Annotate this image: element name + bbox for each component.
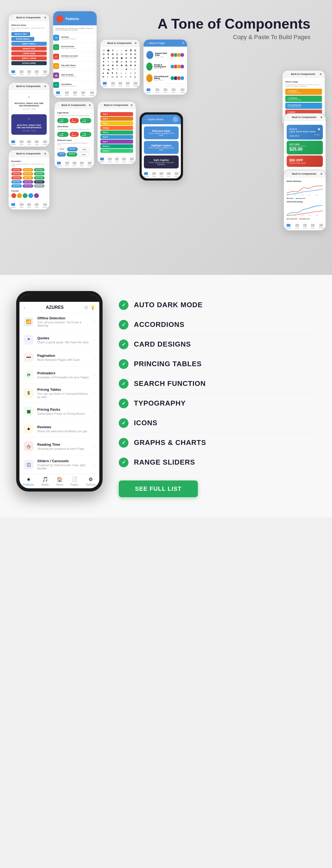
phone-features-tabs: Features Media Home Pages Settings <box>53 90 96 98</box>
feature-label-autodarkmode: AUTO DARK MODE <box>134 301 203 309</box>
btn-really-tiny: REALLY TINY <box>11 32 30 36</box>
team-card: Support Staff Teamclick to view... <box>146 49 184 61</box>
feature-preloaders[interactable]: ⟳ Preloaders Examples of Preloaders for … <box>20 366 99 384</box>
svg-text:2010: 2010 <box>287 215 289 216</box>
feature-reading-time[interactable]: ◷ Reading Time Showing the progress of e… <box>20 438 99 455</box>
big-phone-title: AZURES <box>46 305 64 310</box>
feature-reviews[interactable]: ★ Reviews Share the awesome feedback you… <box>20 420 99 438</box>
highlight-caption: Highlight Caption <box>147 144 175 147</box>
big-phone-tabs: ★ Features 🎵 Media 🏠 Home 📄 Pages <box>20 474 99 488</box>
rainbow-item: Green 1› <box>101 144 133 148</box>
phone-rainbow-header: ‹ Back to Components ⚙ <box>98 102 136 109</box>
check-icon: ✓ <box>119 379 129 389</box>
svg-text:2014: 2014 <box>316 215 319 216</box>
feature-item: ◻ All Show on ScrollClick to go to featu… <box>53 52 96 61</box>
feature-check-autodarkmode: ✓ AUTO DARK MODE <box>119 296 316 315</box>
feature-pagination[interactable]: ••• Pagination Move Between Pages with E… <box>20 349 99 366</box>
phone-cards-tabs: Features Media Home Pages Settings <box>144 87 187 95</box>
discount-card: $50 OFF YOUR PURCHASE <box>287 155 323 167</box>
chevron-right-icon: › <box>94 444 95 448</box>
svg-text:2016: 2016 <box>316 194 319 196</box>
phone-quotes-content: " BEAUTIFUL THINGS TAKE TIME AND PERSERV… <box>9 90 49 139</box>
feature-label-typography: TYPOGRAPHY <box>134 399 186 407</box>
phone-icons-header: ‹ Back to Components ⚙ <box>101 40 140 47</box>
shield-icon[interactable]: ⬡ <box>84 305 88 310</box>
rainbow-item: Orange› <box>101 126 133 130</box>
rainbow-item: Test 7› <box>101 140 133 144</box>
btn-simply-large: SIMPLY LARGE <box>11 56 47 60</box>
feature-offline-detection[interactable]: 📶 Offline Detection Turn off your intern… <box>20 312 99 331</box>
feature-check-carddesigns: ✓ CARD DESIGNS <box>119 335 316 354</box>
check-icon: ✓ <box>119 320 129 330</box>
phone-sizes-tabs: Features Media Home Pages Settings <box>9 69 49 76</box>
see-full-list-button[interactable]: SEE FULL LIST <box>119 480 198 497</box>
phone-charts: ‹ Back to Components ⚙ Mobile Websites 2… <box>283 170 326 231</box>
feature-pricing-tables[interactable]: $ Pricing Tables You can use them in Car… <box>20 384 99 403</box>
rainbow-item: Test 1› <box>101 112 133 116</box>
tab-home[interactable]: 🏠 Home <box>56 476 63 486</box>
features-right: ✓ AUTO DARK MODE ✓ ACCORDIONS ✓ CARD DES… <box>119 291 316 501</box>
check-icon: ✓ <box>119 359 129 369</box>
phone-sizes-content: Different Sizes Three levels of handines… <box>9 21 49 69</box>
bulb-icon[interactable]: 💡 <box>90 305 95 310</box>
features-list-section: ‹ AZURES ⬡ 💡 📶 Offline Detection Turn of… <box>0 275 332 518</box>
chevron-right-icon: › <box>94 355 95 360</box>
features-tab-icon: ★ <box>26 476 31 483</box>
quote2-box: " BEAUTIFUL THINGS TAKE TIME AND PERSERV… <box>11 114 47 135</box>
chevron-right-icon: › <box>94 320 95 324</box>
feature-item: ≡ AccordionsClick to go to feature › <box>53 80 96 90</box>
feature-check-rangesliders: ✓ RANGE SLIDERS <box>119 453 316 472</box>
phone-cc-header: ‹ Back to Components ⚙ <box>284 114 326 121</box>
alert-success: ✓ SUCCESSYour caption text here.... <box>285 96 322 102</box>
chevron-right-icon: › <box>94 462 95 467</box>
chevron-right-icon: › <box>94 409 95 413</box>
tab-media[interactable]: 🎵 Media <box>41 476 49 486</box>
feature-item: ↕ All Scroll OverClick to go to feature … <box>53 42 96 52</box>
star-icon: ★ <box>24 424 33 434</box>
phone-charts-content: Mobile Websites 2008 2010 2012 2014 2016… <box>284 178 326 222</box>
big-phone-inner: ‹ AZURES ⬡ 💡 📶 Offline Detection Turn of… <box>20 294 99 488</box>
phone-cards: ← Back to Pages ☰ Support Staff Teamclic… <box>143 39 188 95</box>
quote1-text: BEAUTIFUL THINGS TAKE TIME AND PERSERVER… <box>14 102 44 107</box>
btn-simply-small: SIMPLY SMALL <box>11 42 47 46</box>
feature-pricing-packs[interactable]: ▦ Pricing Packs Subscription Packs or Pr… <box>20 403 99 420</box>
credit-card-blue: Enabled ▣ 1234 5678 9012 3456 JOHN DOE 0… <box>287 125 323 140</box>
feature-sliders[interactable]: ◫ Sliders / Carousels Powered by OwlCaro… <box>20 455 99 474</box>
clock-icon: ◷ <box>24 441 33 451</box>
btn-imwhat-size: IMWHAT SIZE <box>11 46 47 51</box>
phone-quotes-tabs: Features Media Home Pages Settings <box>9 139 49 147</box>
chevron-right-icon: › <box>94 391 95 395</box>
phone-features: Features Components are the heart of our… <box>53 11 97 98</box>
feature-check-icons: ✓ ICONS <box>119 413 316 433</box>
back-arrow-icon[interactable]: ‹ <box>24 305 25 310</box>
check-icon: ✓ <box>119 438 129 447</box>
phone-buttons-tabs: Features Media Home Pages Settings <box>9 202 49 209</box>
check-icon: ✓ <box>119 340 129 349</box>
team-card: Accounting and Billingclick to view... <box>146 72 184 84</box>
tab-features[interactable]: ★ Features <box>23 476 34 486</box>
tab-pages[interactable]: 📄 Pages <box>71 476 78 486</box>
alert-warning: ⚠ WARNINGYour caption text here.... <box>285 89 322 95</box>
phone-buttons-content: Rounded Three levels of handiness, small… <box>9 157 49 202</box>
btn-extra-large: EXTRA LARGE <box>11 61 47 65</box>
feature-label-icons: ICONS <box>134 419 157 427</box>
rainbow-item: Green 2› <box>101 149 133 153</box>
rainbow-item: Test 2› <box>101 117 133 121</box>
check-icon: ✓ <box>119 418 129 428</box>
feature-label-carddesigns: CARD DESIGNS <box>134 340 191 348</box>
check-icon: ✓ <box>119 399 129 408</box>
svg-text:2014: 2014 <box>308 194 311 196</box>
preloader-icon: ⟳ <box>24 370 33 380</box>
carousel-icon: ◫ <box>24 460 33 469</box>
feature-item: 🏠 Add To HomeClick to go to feature › <box>53 71 96 80</box>
bph-icons: ⬡ 💡 <box>84 305 95 310</box>
home-tab-icon: 🏠 <box>57 476 63 483</box>
rainbow-item: Test 3› <box>101 121 133 125</box>
phone-captions: ← Caption Boxes Find your Style! These c… <box>139 112 184 181</box>
phone-lightdark-tabs: Features Media Home Pages Settings <box>55 160 94 168</box>
cta-container: SEE FULL LIST <box>119 480 316 497</box>
btn-extra-small: EXTRA SMALL <box>11 37 34 41</box>
svg-text:2012: 2012 <box>301 215 304 216</box>
tab-settings[interactable]: ⚙ Settings <box>86 476 95 486</box>
feature-quotes[interactable]: ❝ Quotes Share a great quote. We have th… <box>20 331 99 349</box>
